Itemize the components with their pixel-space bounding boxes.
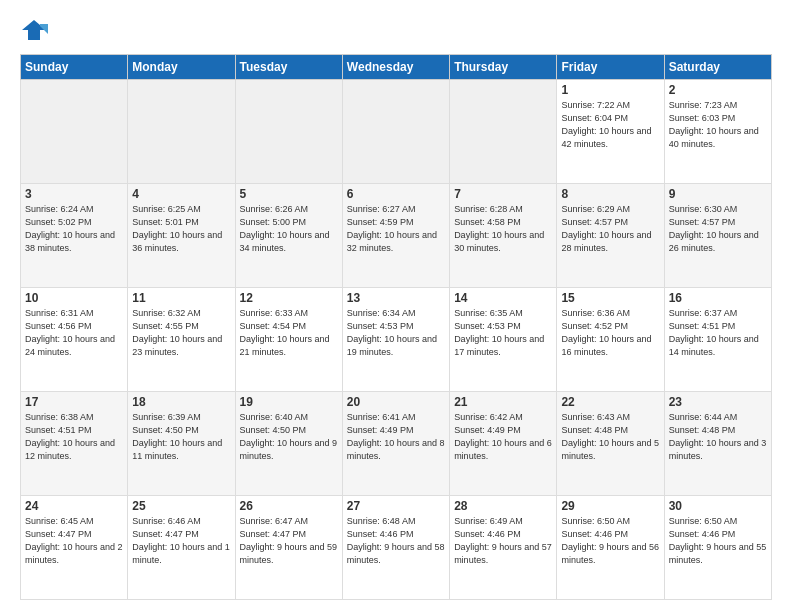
day-number: 26 (240, 499, 338, 513)
day-info: Sunrise: 6:46 AM Sunset: 4:47 PM Dayligh… (132, 515, 230, 567)
weekday-sunday: Sunday (21, 55, 128, 80)
day-cell: 23Sunrise: 6:44 AM Sunset: 4:48 PM Dayli… (664, 392, 771, 496)
weekday-friday: Friday (557, 55, 664, 80)
weekday-monday: Monday (128, 55, 235, 80)
day-cell: 6Sunrise: 6:27 AM Sunset: 4:59 PM Daylig… (342, 184, 449, 288)
logo-icon (20, 16, 48, 44)
day-info: Sunrise: 6:30 AM Sunset: 4:57 PM Dayligh… (669, 203, 767, 255)
day-info: Sunrise: 7:22 AM Sunset: 6:04 PM Dayligh… (561, 99, 659, 151)
day-number: 6 (347, 187, 445, 201)
day-cell (342, 80, 449, 184)
day-cell: 7Sunrise: 6:28 AM Sunset: 4:58 PM Daylig… (450, 184, 557, 288)
day-cell: 1Sunrise: 7:22 AM Sunset: 6:04 PM Daylig… (557, 80, 664, 184)
day-cell (21, 80, 128, 184)
day-info: Sunrise: 6:44 AM Sunset: 4:48 PM Dayligh… (669, 411, 767, 463)
day-number: 12 (240, 291, 338, 305)
day-cell: 14Sunrise: 6:35 AM Sunset: 4:53 PM Dayli… (450, 288, 557, 392)
day-number: 9 (669, 187, 767, 201)
weekday-wednesday: Wednesday (342, 55, 449, 80)
day-cell: 8Sunrise: 6:29 AM Sunset: 4:57 PM Daylig… (557, 184, 664, 288)
week-row-3: 10Sunrise: 6:31 AM Sunset: 4:56 PM Dayli… (21, 288, 772, 392)
day-number: 19 (240, 395, 338, 409)
day-number: 30 (669, 499, 767, 513)
day-number: 13 (347, 291, 445, 305)
day-cell: 30Sunrise: 6:50 AM Sunset: 4:46 PM Dayli… (664, 496, 771, 600)
day-info: Sunrise: 6:39 AM Sunset: 4:50 PM Dayligh… (132, 411, 230, 463)
week-row-1: 1Sunrise: 7:22 AM Sunset: 6:04 PM Daylig… (21, 80, 772, 184)
day-cell: 29Sunrise: 6:50 AM Sunset: 4:46 PM Dayli… (557, 496, 664, 600)
day-cell: 4Sunrise: 6:25 AM Sunset: 5:01 PM Daylig… (128, 184, 235, 288)
day-info: Sunrise: 6:26 AM Sunset: 5:00 PM Dayligh… (240, 203, 338, 255)
calendar: SundayMondayTuesdayWednesdayThursdayFrid… (20, 54, 772, 600)
day-cell: 10Sunrise: 6:31 AM Sunset: 4:56 PM Dayli… (21, 288, 128, 392)
day-number: 22 (561, 395, 659, 409)
day-number: 23 (669, 395, 767, 409)
day-number: 3 (25, 187, 123, 201)
weekday-saturday: Saturday (664, 55, 771, 80)
day-number: 16 (669, 291, 767, 305)
day-cell: 22Sunrise: 6:43 AM Sunset: 4:48 PM Dayli… (557, 392, 664, 496)
day-info: Sunrise: 6:48 AM Sunset: 4:46 PM Dayligh… (347, 515, 445, 567)
header (20, 16, 772, 44)
day-info: Sunrise: 6:37 AM Sunset: 4:51 PM Dayligh… (669, 307, 767, 359)
day-info: Sunrise: 6:27 AM Sunset: 4:59 PM Dayligh… (347, 203, 445, 255)
day-cell: 13Sunrise: 6:34 AM Sunset: 4:53 PM Dayli… (342, 288, 449, 392)
day-cell (235, 80, 342, 184)
day-number: 17 (25, 395, 123, 409)
day-cell (450, 80, 557, 184)
day-number: 24 (25, 499, 123, 513)
day-cell: 3Sunrise: 6:24 AM Sunset: 5:02 PM Daylig… (21, 184, 128, 288)
day-number: 10 (25, 291, 123, 305)
day-cell: 27Sunrise: 6:48 AM Sunset: 4:46 PM Dayli… (342, 496, 449, 600)
weekday-thursday: Thursday (450, 55, 557, 80)
week-row-2: 3Sunrise: 6:24 AM Sunset: 5:02 PM Daylig… (21, 184, 772, 288)
day-number: 27 (347, 499, 445, 513)
day-cell: 28Sunrise: 6:49 AM Sunset: 4:46 PM Dayli… (450, 496, 557, 600)
day-info: Sunrise: 6:31 AM Sunset: 4:56 PM Dayligh… (25, 307, 123, 359)
day-cell: 16Sunrise: 6:37 AM Sunset: 4:51 PM Dayli… (664, 288, 771, 392)
day-info: Sunrise: 6:24 AM Sunset: 5:02 PM Dayligh… (25, 203, 123, 255)
day-info: Sunrise: 6:32 AM Sunset: 4:55 PM Dayligh… (132, 307, 230, 359)
day-number: 11 (132, 291, 230, 305)
day-info: Sunrise: 6:34 AM Sunset: 4:53 PM Dayligh… (347, 307, 445, 359)
day-cell: 5Sunrise: 6:26 AM Sunset: 5:00 PM Daylig… (235, 184, 342, 288)
day-info: Sunrise: 6:50 AM Sunset: 4:46 PM Dayligh… (669, 515, 767, 567)
day-number: 21 (454, 395, 552, 409)
week-row-4: 17Sunrise: 6:38 AM Sunset: 4:51 PM Dayli… (21, 392, 772, 496)
day-number: 25 (132, 499, 230, 513)
calendar-body: 1Sunrise: 7:22 AM Sunset: 6:04 PM Daylig… (21, 80, 772, 600)
day-cell: 2Sunrise: 7:23 AM Sunset: 6:03 PM Daylig… (664, 80, 771, 184)
day-info: Sunrise: 6:38 AM Sunset: 4:51 PM Dayligh… (25, 411, 123, 463)
day-info: Sunrise: 6:49 AM Sunset: 4:46 PM Dayligh… (454, 515, 552, 567)
day-cell (128, 80, 235, 184)
day-number: 18 (132, 395, 230, 409)
day-number: 28 (454, 499, 552, 513)
page: SundayMondayTuesdayWednesdayThursdayFrid… (0, 0, 792, 612)
day-info: Sunrise: 6:50 AM Sunset: 4:46 PM Dayligh… (561, 515, 659, 567)
day-number: 15 (561, 291, 659, 305)
day-info: Sunrise: 6:29 AM Sunset: 4:57 PM Dayligh… (561, 203, 659, 255)
day-cell: 11Sunrise: 6:32 AM Sunset: 4:55 PM Dayli… (128, 288, 235, 392)
day-number: 29 (561, 499, 659, 513)
day-info: Sunrise: 6:33 AM Sunset: 4:54 PM Dayligh… (240, 307, 338, 359)
day-cell: 24Sunrise: 6:45 AM Sunset: 4:47 PM Dayli… (21, 496, 128, 600)
day-cell: 18Sunrise: 6:39 AM Sunset: 4:50 PM Dayli… (128, 392, 235, 496)
day-info: Sunrise: 6:42 AM Sunset: 4:49 PM Dayligh… (454, 411, 552, 463)
day-info: Sunrise: 6:25 AM Sunset: 5:01 PM Dayligh… (132, 203, 230, 255)
day-cell: 26Sunrise: 6:47 AM Sunset: 4:47 PM Dayli… (235, 496, 342, 600)
weekday-header: SundayMondayTuesdayWednesdayThursdayFrid… (21, 55, 772, 80)
day-cell: 15Sunrise: 6:36 AM Sunset: 4:52 PM Dayli… (557, 288, 664, 392)
day-number: 7 (454, 187, 552, 201)
day-number: 4 (132, 187, 230, 201)
week-row-5: 24Sunrise: 6:45 AM Sunset: 4:47 PM Dayli… (21, 496, 772, 600)
day-info: Sunrise: 6:36 AM Sunset: 4:52 PM Dayligh… (561, 307, 659, 359)
day-cell: 21Sunrise: 6:42 AM Sunset: 4:49 PM Dayli… (450, 392, 557, 496)
day-cell: 9Sunrise: 6:30 AM Sunset: 4:57 PM Daylig… (664, 184, 771, 288)
day-number: 14 (454, 291, 552, 305)
day-number: 5 (240, 187, 338, 201)
day-info: Sunrise: 6:40 AM Sunset: 4:50 PM Dayligh… (240, 411, 338, 463)
day-info: Sunrise: 7:23 AM Sunset: 6:03 PM Dayligh… (669, 99, 767, 151)
day-info: Sunrise: 6:28 AM Sunset: 4:58 PM Dayligh… (454, 203, 552, 255)
day-cell: 20Sunrise: 6:41 AM Sunset: 4:49 PM Dayli… (342, 392, 449, 496)
logo (20, 16, 50, 44)
